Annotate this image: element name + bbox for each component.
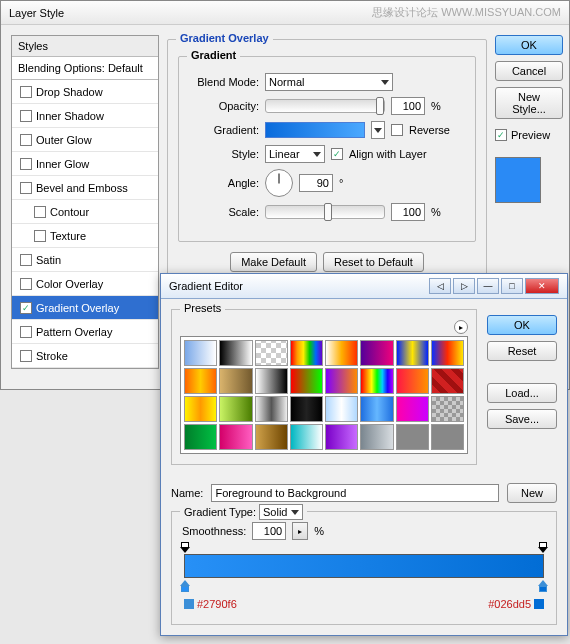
ge-reset-button[interactable]: Reset (487, 341, 557, 361)
style-checkbox[interactable] (34, 206, 46, 218)
style-select[interactable]: Linear (265, 145, 325, 163)
preset-swatch[interactable] (431, 396, 464, 422)
preset-swatch[interactable] (219, 424, 252, 450)
cancel-button[interactable]: Cancel (495, 61, 563, 81)
opacity-slider[interactable] (265, 99, 385, 113)
preset-swatch[interactable] (255, 340, 288, 366)
preset-swatch[interactable] (255, 396, 288, 422)
angle-dial[interactable] (265, 169, 293, 197)
preset-swatch[interactable] (290, 340, 323, 366)
gradient-bar[interactable] (184, 554, 544, 578)
style-item-bevel-and-emboss[interactable]: Bevel and Emboss (12, 176, 158, 200)
preset-swatch[interactable] (431, 340, 464, 366)
preset-swatch[interactable] (396, 368, 429, 394)
new-style-button[interactable]: New Style... (495, 87, 563, 119)
next-button[interactable]: ▷ (453, 278, 475, 294)
gradient-editor-window: Gradient Editor ◁ ▷ — □ ✕ Presets ▸ OK R… (160, 273, 568, 636)
style-checkbox[interactable] (20, 182, 32, 194)
style-item-pattern-overlay[interactable]: Pattern Overlay (12, 320, 158, 344)
preset-swatch[interactable] (325, 340, 358, 366)
preset-swatch[interactable] (219, 368, 252, 394)
blend-mode-select[interactable]: Normal (265, 73, 393, 91)
preset-swatch[interactable] (219, 340, 252, 366)
prev-button[interactable]: ◁ (429, 278, 451, 294)
preset-swatch[interactable] (396, 340, 429, 366)
preset-swatch[interactable] (360, 396, 393, 422)
preview-checkbox[interactable]: ✓ (495, 129, 507, 141)
maximize-button[interactable]: □ (501, 278, 523, 294)
style-checkbox[interactable] (20, 254, 32, 266)
preset-swatch[interactable] (325, 368, 358, 394)
smoothness-input[interactable] (252, 522, 286, 540)
preset-swatch[interactable] (360, 424, 393, 450)
preset-swatch[interactable] (396, 424, 429, 450)
blending-options-row[interactable]: Blending Options: Default (12, 57, 158, 80)
style-item-inner-shadow[interactable]: Inner Shadow (12, 104, 158, 128)
color-stop-left[interactable] (180, 580, 190, 592)
gradient-type-select[interactable]: Solid (259, 504, 303, 520)
angle-input[interactable] (299, 174, 333, 192)
minimize-button[interactable]: — (477, 278, 499, 294)
preset-swatch[interactable] (290, 396, 323, 422)
gradient-editor-titlebar[interactable]: Gradient Editor ◁ ▷ — □ ✕ (161, 274, 567, 299)
preset-swatch[interactable] (431, 424, 464, 450)
opacity-stop-right[interactable] (538, 542, 548, 554)
style-checkbox[interactable] (20, 278, 32, 290)
reverse-checkbox[interactable] (391, 124, 403, 136)
style-checkbox[interactable] (34, 230, 46, 242)
style-checkbox[interactable] (20, 134, 32, 146)
preset-swatch[interactable] (184, 340, 217, 366)
preset-swatch[interactable] (396, 396, 429, 422)
style-item-gradient-overlay[interactable]: ✓Gradient Overlay (12, 296, 158, 320)
style-item-contour[interactable]: Contour (12, 200, 158, 224)
new-gradient-button[interactable]: New (507, 483, 557, 503)
gradient-name-input[interactable] (211, 484, 499, 502)
preset-swatch[interactable] (431, 368, 464, 394)
scale-slider[interactable] (265, 205, 385, 219)
preset-swatch[interactable] (360, 368, 393, 394)
preset-swatch[interactable] (325, 424, 358, 450)
preset-swatch[interactable] (184, 424, 217, 450)
ge-ok-button[interactable]: OK (487, 315, 557, 335)
ok-button[interactable]: OK (495, 35, 563, 55)
styles-header[interactable]: Styles (12, 36, 158, 57)
color-stop-right[interactable] (538, 580, 548, 592)
preset-swatch[interactable] (290, 368, 323, 394)
style-item-satin[interactable]: Satin (12, 248, 158, 272)
scale-input[interactable] (391, 203, 425, 221)
presets-menu-icon[interactable]: ▸ (454, 320, 468, 334)
preset-swatch[interactable] (184, 368, 217, 394)
style-checkbox[interactable] (20, 86, 32, 98)
reset-default-button[interactable]: Reset to Default (323, 252, 424, 272)
gradient-dropdown[interactable] (371, 121, 385, 139)
preset-swatch[interactable] (255, 368, 288, 394)
ge-save-button[interactable]: Save... (487, 409, 557, 429)
ge-load-button[interactable]: Load... (487, 383, 557, 403)
opacity-stop-left[interactable] (180, 542, 190, 554)
make-default-button[interactable]: Make Default (230, 252, 317, 272)
preset-swatch[interactable] (219, 396, 252, 422)
smoothness-stepper[interactable]: ▸ (292, 522, 308, 540)
align-checkbox[interactable]: ✓ (331, 148, 343, 160)
style-item-label: Inner Shadow (36, 110, 104, 122)
style-item-inner-glow[interactable]: Inner Glow (12, 152, 158, 176)
preset-swatch[interactable] (184, 396, 217, 422)
layer-style-titlebar[interactable]: Layer Style 思缘设计论坛 WWW.MISSYUAN.COM (1, 1, 569, 25)
style-item-outer-glow[interactable]: Outer Glow (12, 128, 158, 152)
preset-swatch[interactable] (290, 424, 323, 450)
opacity-input[interactable] (391, 97, 425, 115)
preset-swatch[interactable] (360, 340, 393, 366)
preset-swatch[interactable] (255, 424, 288, 450)
close-button[interactable]: ✕ (525, 278, 559, 294)
style-item-stroke[interactable]: Stroke (12, 344, 158, 368)
style-checkbox[interactable] (20, 158, 32, 170)
gradient-swatch[interactable] (265, 122, 365, 138)
preset-swatch[interactable] (325, 396, 358, 422)
style-checkbox[interactable]: ✓ (20, 302, 32, 314)
style-item-color-overlay[interactable]: Color Overlay (12, 272, 158, 296)
style-checkbox[interactable] (20, 350, 32, 362)
style-checkbox[interactable] (20, 110, 32, 122)
style-item-texture[interactable]: Texture (12, 224, 158, 248)
style-item-drop-shadow[interactable]: Drop Shadow (12, 80, 158, 104)
style-checkbox[interactable] (20, 326, 32, 338)
